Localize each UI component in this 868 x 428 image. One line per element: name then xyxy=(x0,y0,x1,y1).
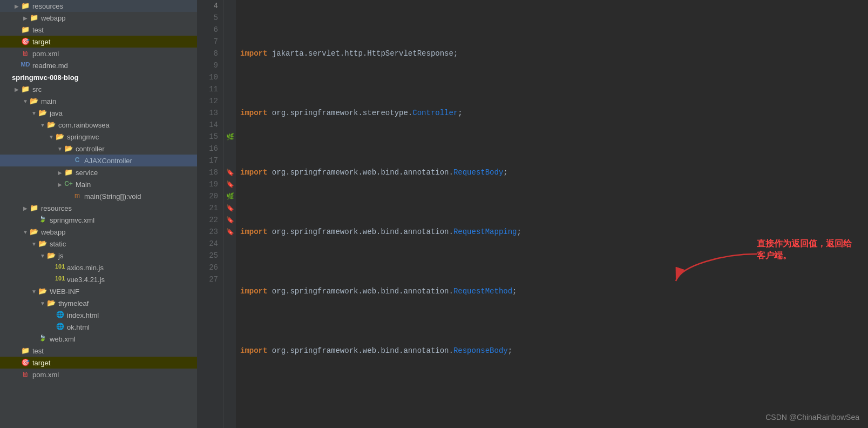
tree-item-main-method[interactable]: m main(String[]):void xyxy=(0,190,197,202)
tree-label: WEB-INF xyxy=(50,287,79,296)
folder-icon: 📁 xyxy=(29,204,39,212)
code-editor: 4 5 6 7 8 9 10 11 12 13 14 15 16 17 18 1… xyxy=(197,0,868,428)
gutter-icon xyxy=(224,119,236,131)
tree-label: js xyxy=(58,252,63,260)
tree-item-js[interactable]: ▼ 📂 js xyxy=(0,250,197,262)
gutter-icon xyxy=(224,273,236,285)
gutter-bookmark-icon: 🔖 xyxy=(224,202,236,214)
tree-label: resources xyxy=(41,204,72,212)
tree-item-static[interactable]: ▼ 📂 static xyxy=(0,238,197,250)
line-num: 19 xyxy=(202,178,218,190)
tree-item-com-rainbowsea[interactable]: ▼ 📂 com.rainbowsea xyxy=(0,119,197,131)
folder-icon: 📂 xyxy=(46,299,56,307)
tree-label: java xyxy=(50,109,63,117)
tree-item-test2[interactable]: 📁 test xyxy=(0,345,197,357)
code-line-8: import org.springframework.web.bind.anno… xyxy=(240,285,868,297)
tree-item-readme[interactable]: MD readme.md xyxy=(0,59,197,71)
code-line-9: import org.springframework.web.bind.anno… xyxy=(240,345,868,357)
folder-icon: 📁 xyxy=(21,85,30,93)
md-icon: MD xyxy=(21,61,30,70)
code-area[interactable]: 4 5 6 7 8 9 10 11 12 13 14 15 16 17 18 1… xyxy=(197,0,868,428)
class-main-icon: C+ xyxy=(64,180,73,189)
tree-label: target xyxy=(32,359,50,367)
tree-item-web-xml[interactable]: 🍃 web.xml xyxy=(0,333,197,345)
tree-label: com.rainbowsea xyxy=(58,121,110,129)
tree-item-ajax-controller[interactable]: C AJAXController xyxy=(0,155,197,166)
gutter-bookmark-icon: 🔖 xyxy=(224,214,236,226)
code-line-10 xyxy=(240,404,868,416)
tree-item-thymeleaf[interactable]: ▼ 📂 thymeleaf xyxy=(0,297,197,309)
tree-label: test xyxy=(32,347,44,355)
line-num: 14 xyxy=(202,119,218,131)
tree-item-main[interactable]: ▼ 📂 main xyxy=(0,95,197,107)
html-icon: 🌐 xyxy=(55,323,65,331)
tree-item-test1[interactable]: 📁 test xyxy=(0,24,197,36)
gutter-bookmark-icon: 🔖 xyxy=(224,178,236,190)
file-tree[interactable]: ▶ 📁 resources ▶ 📁 webapp 📁 test 🎯 target… xyxy=(0,0,197,428)
class-icon: C xyxy=(72,156,82,165)
tree-item-springmvc-xml[interactable]: 🍃 springmvc.xml xyxy=(0,214,197,226)
line-num: 25 xyxy=(202,250,218,262)
gutter-bookmark-icon: 🌿 xyxy=(224,190,236,202)
tree-item-resources2[interactable]: ▶ 📁 resources xyxy=(0,202,197,214)
gutter-icon xyxy=(224,95,236,107)
line-num: 27 xyxy=(202,273,218,285)
folder-icon: 📂 xyxy=(29,97,39,105)
folder-icon: 📂 xyxy=(46,121,56,129)
tree-item-vue[interactable]: 101 vue3.4.21.js xyxy=(0,273,197,285)
code-content[interactable]: import jakarta.servlet.http.HttpServletR… xyxy=(236,0,868,428)
gutter-icon xyxy=(224,107,236,119)
js-icon: 101 xyxy=(55,275,65,284)
gutter-icon xyxy=(224,238,236,250)
folder-icon: 📁 xyxy=(29,14,39,22)
line-num: 10 xyxy=(202,71,218,83)
gutter-icon xyxy=(224,59,236,71)
gutter-icon xyxy=(224,24,236,36)
tree-item-project[interactable]: springmvc-008-blog xyxy=(0,71,197,83)
tree-arrow: ▼ xyxy=(22,98,29,104)
tree-item-webapp1[interactable]: ▶ 📁 webapp xyxy=(0,12,197,24)
line-num: 5 xyxy=(202,12,218,24)
gutter-icon xyxy=(224,12,236,24)
tree-item-java[interactable]: ▼ 📂 java xyxy=(0,107,197,119)
spring-xml-icon: 🍃 xyxy=(38,216,48,224)
tree-item-controller[interactable]: ▼ 📂 controller xyxy=(0,143,197,155)
tree-label: pom.xml xyxy=(32,50,59,58)
folder-icon: 📂 xyxy=(38,239,48,248)
tree-label: webapp xyxy=(41,228,66,236)
tree-item-pomxml2[interactable]: 🗎 pom.xml xyxy=(0,369,197,380)
tree-item-webinf[interactable]: ▼ 📂 WEB-INF xyxy=(0,285,197,297)
tree-item-resources1[interactable]: ▶ 📁 resources xyxy=(0,0,197,12)
line-numbers: 4 5 6 7 8 9 10 11 12 13 14 15 16 17 18 1… xyxy=(197,0,224,428)
tree-item-target2[interactable]: 🎯 target xyxy=(0,357,197,369)
folder-icon: 📂 xyxy=(38,287,48,296)
tree-item-service[interactable]: ▶ 📁 service xyxy=(0,166,197,178)
line-num: 24 xyxy=(202,238,218,250)
tree-item-axios[interactable]: 101 axios.min.js xyxy=(0,262,197,273)
gutter-bookmark-icon: 🌿 xyxy=(224,131,236,143)
tree-label: test xyxy=(32,26,44,34)
tree-label: resources xyxy=(32,2,63,10)
tree-arrow: ▶ xyxy=(56,170,64,176)
tree-arrow: ▼ xyxy=(39,122,46,128)
tree-item-webapp2[interactable]: ▼ 📂 webapp xyxy=(0,226,197,238)
tree-item-pomxml1[interactable]: 🗎 pom.xml xyxy=(0,48,197,59)
tree-item-springmvc[interactable]: ▼ 📂 springmvc xyxy=(0,131,197,143)
line-num: 13 xyxy=(202,107,218,119)
method-icon: m xyxy=(72,192,82,200)
code-line-5: import org.springframework.stereotype.Co… xyxy=(240,107,868,119)
code-line-6: import org.springframework.web.bind.anno… xyxy=(240,166,868,178)
line-num: 4 xyxy=(202,0,218,12)
tree-label: service xyxy=(76,169,98,177)
line-num: 12 xyxy=(202,95,218,107)
tree-label: ok.html xyxy=(67,323,90,331)
line-num: 16 xyxy=(202,143,218,155)
tree-label: axios.min.js xyxy=(67,264,104,272)
tree-item-ok-html[interactable]: 🌐 ok.html xyxy=(0,321,197,333)
tree-item-target1[interactable]: 🎯 target xyxy=(0,36,197,48)
tree-item-index-html[interactable]: 🌐 index.html xyxy=(0,309,197,321)
tree-item-main-class[interactable]: ▶ C+ Main xyxy=(0,178,197,190)
folder-icon: 📂 xyxy=(38,109,48,117)
line-num: 26 xyxy=(202,262,218,273)
tree-item-src[interactable]: ▶ 📁 src xyxy=(0,83,197,95)
